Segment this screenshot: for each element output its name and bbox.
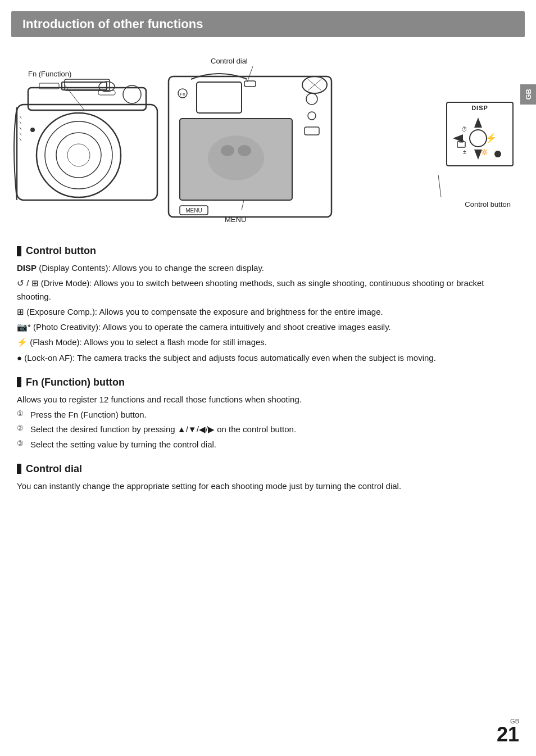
- section-fn-button-body: Allows you to register 12 functions and …: [17, 393, 519, 451]
- camera-diagram: Fn (Function) Control dial: [11, 54, 525, 228]
- svg-text:⚡: ⚡: [485, 133, 497, 143]
- section-fn-button-title: Fn (Function) button: [17, 377, 519, 388]
- svg-text:Fn: Fn: [180, 92, 185, 97]
- fn-step-1: ① Press the Fn (Function) button.: [17, 408, 519, 421]
- svg-marker-41: [453, 134, 463, 142]
- svg-line-19: [20, 127, 21, 130]
- section-control-button: Control button DISP (Display Contents): …: [17, 245, 519, 364]
- page-footer: GB 21: [497, 718, 519, 745]
- control-button-box: DISP ⚡ ⏱: [446, 102, 514, 166]
- control-dial-label: Control dial: [211, 57, 248, 65]
- svg-point-49: [494, 151, 501, 157]
- svg-point-30: [308, 112, 316, 120]
- svg-rect-13: [98, 90, 115, 95]
- camera-body-right: MENU Fn: [163, 65, 376, 223]
- svg-rect-5: [28, 88, 146, 110]
- svg-point-25: [208, 135, 264, 180]
- svg-point-10: [67, 144, 90, 166]
- camera-body-left: [11, 71, 163, 211]
- cd-para-1: You can instantly change the appropriate…: [17, 479, 519, 492]
- svg-line-20: [20, 133, 21, 135]
- section-control-dial-title: Control dial: [17, 463, 519, 475]
- fn-intro: Allows you to register 12 functions and …: [17, 393, 519, 406]
- fn-step-3: ③ Select the setting value by turning th…: [17, 438, 519, 451]
- svg-rect-31: [305, 127, 319, 135]
- svg-point-8: [45, 121, 112, 189]
- svg-marker-39: [474, 117, 482, 128]
- svg-point-26: [221, 145, 234, 156]
- svg-line-3: [438, 175, 441, 197]
- svg-text:⏱: ⏱: [461, 126, 467, 133]
- svg-rect-23: [197, 82, 242, 113]
- svg-text:🔆: 🔆: [481, 148, 488, 156]
- svg-point-7: [37, 113, 121, 197]
- cb-para-3: ⊞ (Exposure Comp.): Allows you to compen…: [17, 305, 519, 318]
- control-button-label: Control button: [465, 200, 511, 209]
- page-number: 21: [497, 723, 519, 746]
- section-control-dial: Control dial You can instantly change th…: [17, 463, 519, 492]
- page-title: Introduction of other functions: [22, 17, 514, 31]
- section-fn-button: Fn (Function) button Allows you to regis…: [17, 377, 519, 451]
- cb-para-1: DISP (Display Contents): Allows you to c…: [17, 261, 519, 274]
- disp-label: DISP: [471, 105, 488, 111]
- svg-rect-15: [65, 79, 110, 90]
- svg-line-21: [20, 138, 21, 141]
- diagram-area: Fn (Function) Control dial: [11, 54, 525, 234]
- gb-sidebar-label: GB: [524, 89, 533, 100]
- svg-line-17: [20, 116, 21, 119]
- cb-para-4: 📷* (Photo Creativity): Allows you to ope…: [17, 320, 519, 333]
- svg-point-29: [306, 93, 317, 105]
- svg-point-27: [238, 145, 251, 156]
- fn-step-2: ② Select the desired function by pressin…: [17, 423, 519, 436]
- section-control-dial-body: You can instantly change the appropriate…: [17, 479, 519, 492]
- cb-para-5: ⚡ (Flash Mode): Allows you to select a f…: [17, 336, 519, 348]
- cb-para-6: ● (Lock-on AF): The camera tracks the su…: [17, 351, 519, 364]
- svg-rect-28: [244, 81, 256, 87]
- section-control-button-body: DISP (Display Contents): Allows you to c…: [17, 261, 519, 364]
- main-content: Control button DISP (Display Contents): …: [17, 245, 519, 492]
- svg-rect-4: [17, 105, 157, 200]
- svg-point-16: [30, 128, 35, 132]
- page-header: Introduction of other functions: [11, 11, 525, 37]
- cb-para-2: ↺ / ⊞ (Drive Mode): Allows you to switch…: [17, 277, 519, 303]
- menu-label: MENU: [225, 215, 246, 224]
- section-control-button-title: Control button: [17, 245, 519, 257]
- svg-point-9: [56, 133, 101, 178]
- svg-text:MENU: MENU: [185, 207, 202, 214]
- svg-point-43: [470, 130, 487, 147]
- svg-line-18: [20, 121, 21, 124]
- svg-text:±: ±: [463, 148, 466, 155]
